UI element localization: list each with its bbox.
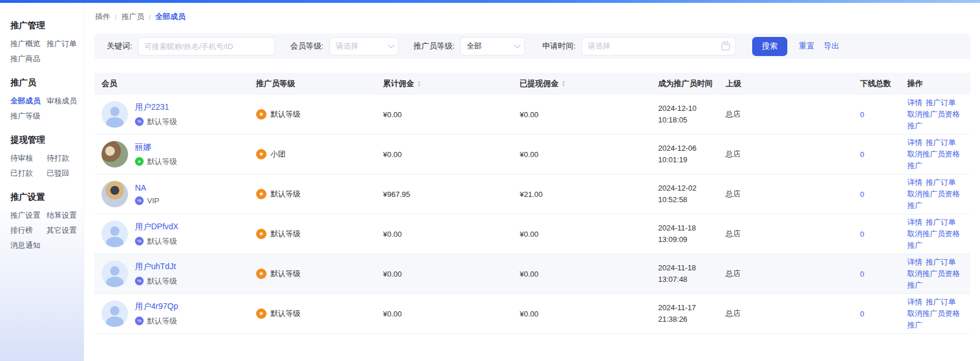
- export-button[interactable]: 导出: [824, 41, 839, 51]
- action-取消推广员资格[interactable]: 取消推广员资格: [907, 189, 960, 198]
- action-推广[interactable]: 推广: [907, 201, 922, 210]
- action-取消推广员资格[interactable]: 取消推广员资格: [907, 309, 960, 318]
- action-推广订单[interactable]: 推广订单: [926, 297, 956, 306]
- action-推广[interactable]: 推广: [907, 321, 922, 329]
- action-详情[interactable]: 详情: [907, 178, 922, 187]
- sidebar-item-推广设置[interactable]: 推广设置: [10, 211, 47, 220]
- actions-cell: 详情推广订单取消推广员资格推广: [907, 97, 970, 132]
- member-level-select[interactable]: 请选择: [329, 37, 399, 55]
- became-promoter-time: 2024-12-02 10:52:58: [658, 183, 726, 206]
- total-commission: ¥0.00: [383, 230, 520, 239]
- join-date: 2024-12-02: [658, 183, 726, 194]
- member-name-link[interactable]: 用户4r97Qp: [135, 302, 178, 312]
- action-取消推广员资格[interactable]: 取消推广员资格: [907, 150, 960, 158]
- action-详情[interactable]: 详情: [907, 218, 922, 226]
- member-level-badge-icon: %: [135, 277, 144, 285]
- promoter-level-cell: ★ 默认等级: [256, 189, 383, 199]
- action-详情[interactable]: 详情: [907, 98, 922, 107]
- action-推广订单[interactable]: 推广订单: [926, 98, 956, 107]
- action-详情[interactable]: 详情: [907, 138, 922, 147]
- action-推广[interactable]: 推广: [907, 281, 922, 289]
- breadcrumb-item-插件[interactable]: 插件: [95, 12, 110, 22]
- total-commission: ¥0.00: [383, 270, 520, 278]
- withdrawn-commission: ¥0.00: [520, 310, 658, 318]
- promoter-level-text: 默认等级: [271, 229, 301, 239]
- sidebar-section: 推广管理 推广概览 推广订单 推广商品: [10, 20, 84, 64]
- calendar-icon: [722, 43, 730, 50]
- column-label: 下线总数: [860, 79, 891, 89]
- action-取消推广员资格[interactable]: 取消推广员资格: [907, 269, 960, 278]
- member-name-link[interactable]: 丽娜: [135, 142, 177, 152]
- search-button[interactable]: 搜索: [752, 37, 787, 56]
- breadcrumb: 插件/推广员/全部成员: [94, 3, 970, 29]
- breadcrumb-item-全部成员[interactable]: 全部成员: [155, 12, 185, 22]
- promoter-level-text: 默认等级: [271, 269, 301, 279]
- sidebar-item-结算设置[interactable]: 结算设置: [47, 211, 83, 220]
- action-详情[interactable]: 详情: [907, 258, 922, 266]
- filter-bar: 关键词: 会员等级: 请选择 推广员等级: 全部 申请: [94, 34, 970, 59]
- action-推广订单[interactable]: 推广订单: [926, 138, 956, 147]
- sidebar-section: 推广员 全部成员 审核成员 推广等级: [10, 77, 84, 121]
- downline-count-link[interactable]: 0: [860, 190, 864, 199]
- sidebar-item-其它设置[interactable]: 其它设置: [47, 226, 83, 235]
- sidebar-item-推广概览[interactable]: 推广概览: [10, 39, 47, 49]
- column-label: 累计佣金: [383, 79, 414, 89]
- action-推广订单[interactable]: 推广订单: [926, 258, 956, 266]
- promoter-level-text: 默认等级: [271, 109, 301, 120]
- keyword-filter-group: 关键词:: [107, 37, 275, 55]
- superior: 总店: [726, 229, 860, 239]
- column-label: 推广员等级: [256, 79, 295, 89]
- action-推广[interactable]: 推广: [907, 161, 922, 170]
- downline-count-link[interactable]: 0: [860, 270, 864, 278]
- action-推广[interactable]: 推广: [907, 121, 922, 130]
- member-name-link[interactable]: NA: [135, 183, 159, 192]
- member-level-text: 默认等级: [147, 316, 177, 326]
- reset-button[interactable]: 重置: [799, 41, 814, 51]
- promoter-level-cell: ★ 默认等级: [256, 229, 383, 239]
- sidebar-item-全部成员[interactable]: 全部成员: [10, 96, 47, 106]
- sidebar-item-排行榜[interactable]: 排行榜: [10, 226, 47, 235]
- breadcrumb-item-推广员[interactable]: 推广员: [122, 12, 144, 22]
- join-time: 10:52:58: [658, 194, 726, 206]
- table-column-header: 推广员等级: [256, 79, 383, 89]
- table-column-header: 累计佣金 ▲▼: [383, 79, 520, 89]
- action-推广订单[interactable]: 推广订单: [926, 178, 956, 187]
- sidebar-item-已打款[interactable]: 已打款: [10, 169, 47, 178]
- promoter-level-select[interactable]: 全部: [460, 37, 525, 55]
- sidebar-item-已驳回[interactable]: 已驳回: [47, 169, 83, 178]
- sidebar-item-推广订单[interactable]: 推广订单: [47, 39, 83, 49]
- member-cell: 丽娜 ● 默认等级: [102, 141, 256, 168]
- became-promoter-time: 2024-11-17 21:38:26: [658, 302, 726, 325]
- downline-count-link[interactable]: 0: [860, 310, 864, 318]
- action-推广订单[interactable]: 推广订单: [926, 218, 956, 226]
- sidebar-item-待打款[interactable]: 待打款: [47, 154, 83, 163]
- join-time: 10:01:19: [658, 154, 726, 166]
- promoter-level-cell: ★ 小团: [256, 149, 383, 159]
- sidebar-item-审核成员[interactable]: 审核成员: [47, 96, 83, 106]
- sort-icon[interactable]: ▲▼: [562, 80, 566, 87]
- sidebar-item-待审核[interactable]: 待审核: [10, 154, 47, 163]
- action-详情[interactable]: 详情: [907, 297, 922, 306]
- apply-time-datepicker[interactable]: 请选择: [581, 37, 736, 55]
- member-name-link[interactable]: 用户DPfvdX: [135, 222, 178, 232]
- downline-count-link[interactable]: 0: [860, 110, 864, 119]
- sidebar-item-推广商品[interactable]: 推广商品: [10, 54, 47, 64]
- member-name-link[interactable]: 用户2231: [135, 102, 177, 113]
- action-推广[interactable]: 推广: [907, 241, 922, 250]
- sort-icon[interactable]: ▲▼: [417, 80, 421, 87]
- table-column-header: 已提现佣金 ▲▼: [520, 79, 658, 89]
- sidebar-item-消息通知[interactable]: 消息通知: [10, 241, 47, 250]
- downline-count-link[interactable]: 0: [860, 150, 864, 159]
- action-取消推广员资格[interactable]: 取消推广员资格: [907, 229, 960, 238]
- member-level-text: 默认等级: [147, 117, 177, 127]
- downline-count-link[interactable]: 0: [860, 230, 864, 239]
- withdrawn-commission: ¥0.00: [520, 270, 658, 278]
- became-promoter-time: 2024-11-18 13:09:09: [658, 222, 726, 245]
- promoter-level-cell: ★ 默认等级: [256, 109, 383, 120]
- sidebar-item-推广等级[interactable]: 推广等级: [10, 111, 47, 121]
- join-time: 21:38:26: [658, 314, 726, 325]
- superior: 总店: [726, 189, 860, 199]
- keyword-input[interactable]: [144, 42, 269, 51]
- action-取消推广员资格[interactable]: 取消推广员资格: [907, 110, 960, 118]
- member-name-link[interactable]: 用户uhTdJt: [135, 262, 177, 272]
